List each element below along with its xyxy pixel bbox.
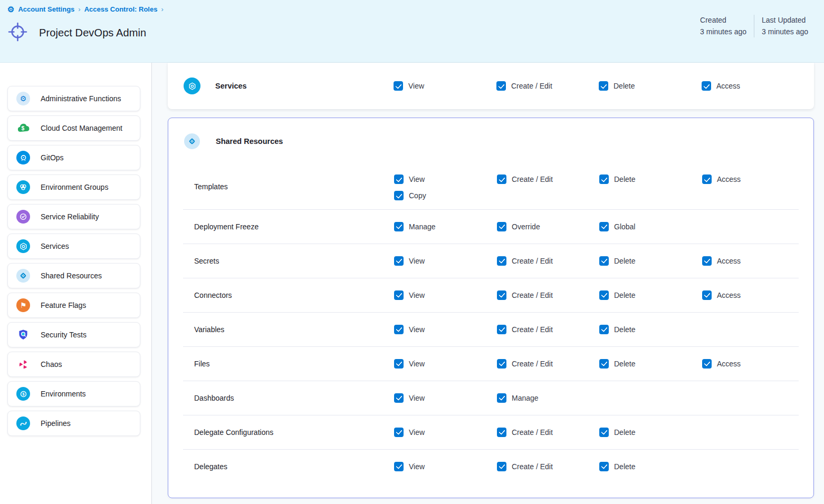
permission-cell: Create / Edit (497, 415, 553, 449)
permission-checkbox-access[interactable]: Access (702, 81, 740, 91)
checked-checkbox-icon[interactable] (394, 256, 404, 266)
permission-checkbox-manage[interactable]: Manage (497, 393, 539, 403)
permission-checkbox-create-edit[interactable]: Create / Edit (497, 256, 553, 266)
checked-checkbox-icon[interactable] (496, 81, 506, 91)
permission-checkbox-view[interactable]: View (394, 393, 425, 403)
checked-checkbox-icon[interactable] (599, 222, 609, 231)
permission-checkbox-create-edit[interactable]: Create / Edit (497, 359, 553, 369)
sidebar-item-services[interactable]: Services (7, 234, 140, 259)
checked-checkbox-icon[interactable] (497, 428, 506, 437)
sidebar-item-service-reliability[interactable]: Service Reliability (7, 204, 140, 229)
permission-checkbox-delete[interactable]: Delete (599, 462, 635, 471)
sidebar-item-label: Environments (41, 390, 86, 398)
checked-checkbox-icon[interactable] (394, 462, 404, 471)
permission-checkbox-view[interactable]: View (394, 462, 425, 471)
permission-checkbox-delete[interactable]: Delete (599, 428, 635, 437)
checked-checkbox-icon[interactable] (394, 359, 404, 369)
permission-checkbox-view[interactable]: View (394, 256, 425, 266)
sidebar-item-label: Feature Flags (41, 301, 86, 309)
breadcrumb-account-settings[interactable]: Account Settings (18, 5, 74, 13)
shared-resources-icon (184, 133, 200, 149)
permission-cell: View (394, 278, 425, 312)
permission-checkbox-delete[interactable]: Delete (599, 325, 635, 334)
sidebar-item-feature-flags[interactable]: ⚑Feature Flags (7, 293, 140, 318)
checked-checkbox-icon[interactable] (497, 359, 506, 369)
sidebar-item-cloud-cost-management[interactable]: $Cloud Cost Management (7, 115, 140, 141)
permission-checkbox-access[interactable]: Access (702, 175, 741, 184)
permission-checkbox-global[interactable]: Global (599, 222, 635, 231)
permission-checkbox-create-edit[interactable]: Create / Edit (497, 428, 553, 437)
checked-checkbox-icon[interactable] (497, 393, 506, 403)
sidebar-item-pipelines[interactable]: Pipelines (7, 411, 140, 436)
permission-checkbox-view[interactable]: View (394, 325, 425, 334)
permission-checkbox-view[interactable]: View (394, 359, 425, 369)
permission-checkbox-view[interactable]: View (394, 175, 426, 184)
checked-checkbox-icon[interactable] (497, 290, 506, 300)
resource-row-secrets: SecretsViewCreate / EditDeleteAccess (168, 244, 813, 278)
checked-checkbox-icon[interactable] (394, 325, 404, 334)
checked-checkbox-icon[interactable] (394, 191, 404, 200)
permission-checkbox-delete[interactable]: Delete (599, 359, 635, 369)
permission-checkbox-delete[interactable]: Delete (599, 290, 635, 300)
checked-checkbox-icon[interactable] (702, 256, 712, 266)
sidebar-item-administrative-functions[interactable]: ⚙Administrative Functions (7, 86, 140, 111)
breadcrumb-access-control-roles[interactable]: Access Control: Roles (84, 5, 158, 13)
checked-checkbox-icon[interactable] (599, 325, 609, 334)
permission-checkbox-create-edit[interactable]: Create / Edit (497, 325, 553, 334)
sidebar-item-gitops[interactable]: GitOps (7, 145, 140, 170)
checked-checkbox-icon[interactable] (599, 290, 609, 300)
checked-checkbox-icon[interactable] (599, 462, 609, 471)
permission-checkbox-copy[interactable]: Copy (394, 191, 426, 200)
permission-checkbox-access[interactable]: Access (702, 256, 741, 266)
checked-checkbox-icon[interactable] (702, 175, 712, 184)
sidebar-item-environments[interactable]: $Environments (7, 381, 140, 406)
sidebar-item-chaos[interactable]: Chaos (7, 352, 140, 377)
checked-checkbox-icon[interactable] (394, 222, 404, 231)
checked-checkbox-icon[interactable] (497, 462, 506, 471)
checked-checkbox-icon[interactable] (394, 428, 404, 437)
checked-checkbox-icon[interactable] (497, 256, 506, 266)
permission-checkbox-manage[interactable]: Manage (394, 222, 436, 231)
checked-checkbox-icon[interactable] (702, 359, 712, 369)
checked-checkbox-icon[interactable] (394, 175, 404, 184)
permission-cell: Access (702, 164, 741, 209)
checked-checkbox-icon[interactable] (394, 290, 404, 300)
permission-checkbox-create-edit[interactable]: Create / Edit (497, 290, 553, 300)
checked-checkbox-icon[interactable] (599, 256, 609, 266)
checked-checkbox-icon[interactable] (497, 325, 506, 334)
checked-checkbox-icon[interactable] (702, 81, 711, 91)
checked-checkbox-icon[interactable] (394, 81, 403, 91)
permissions-panel: Services ViewCreate / EditDeleteAccess S… (152, 63, 824, 504)
permission-checkbox-create-edit[interactable]: Create / Edit (497, 175, 553, 184)
permission-checkbox-override[interactable]: Override (497, 222, 540, 231)
permission-checkbox-create-edit[interactable]: Create / Edit (497, 462, 553, 471)
checked-checkbox-icon[interactable] (497, 222, 506, 231)
permission-checkbox-delete[interactable]: Delete (599, 175, 635, 184)
sidebar-item-security-tests[interactable]: Security Tests (7, 322, 140, 347)
sidebar-item-shared-resources[interactable]: Shared Resources (7, 263, 140, 288)
permission-checkbox-delete[interactable]: Delete (599, 256, 635, 266)
permission-checkbox-view[interactable]: View (394, 81, 424, 91)
permission-label: View (409, 360, 425, 368)
permission-checkbox-access[interactable]: Access (702, 290, 741, 300)
permission-checkbox-delete[interactable]: Delete (599, 81, 635, 91)
checked-checkbox-icon[interactable] (702, 290, 712, 300)
checked-checkbox-icon[interactable] (599, 359, 609, 369)
resource-row-files: FilesViewCreate / EditDeleteAccess (168, 346, 813, 381)
checked-checkbox-icon[interactable] (394, 393, 404, 403)
permission-checkbox-view[interactable]: View (394, 428, 425, 437)
resource-name: Files (194, 360, 210, 368)
checked-checkbox-icon[interactable] (599, 428, 609, 437)
permission-checkbox-access[interactable]: Access (702, 359, 741, 369)
checked-checkbox-icon[interactable] (599, 81, 608, 91)
checked-checkbox-icon[interactable] (497, 175, 506, 184)
sidebar-item-environment-groups[interactable]: Environment Groups (7, 175, 140, 200)
permission-checkbox-view[interactable]: View (394, 290, 425, 300)
permission-cell: Delete (599, 346, 635, 381)
permission-cell: Access (702, 278, 741, 312)
sidebar-item-label: Environment Groups (41, 183, 108, 191)
permission-checkbox-create-edit[interactable]: Create / Edit (496, 81, 552, 91)
page-title: Project DevOps Admin (39, 27, 146, 39)
permission-label: Create / Edit (512, 462, 553, 471)
checked-checkbox-icon[interactable] (599, 175, 609, 184)
